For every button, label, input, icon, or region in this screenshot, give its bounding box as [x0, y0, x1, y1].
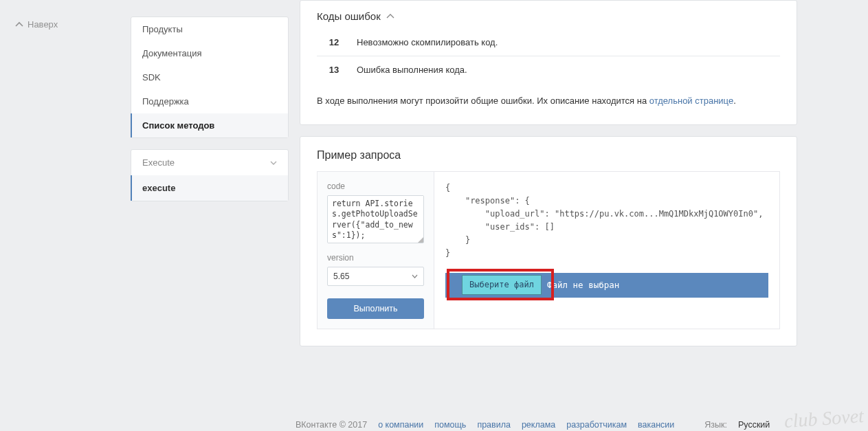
error-code-cell: 12	[317, 29, 351, 56]
version-param-label: version	[327, 253, 424, 263]
footer-link-developers[interactable]: разработчикам	[566, 420, 627, 430]
error-code-cell: 13	[317, 56, 351, 84]
footer-link-jobs[interactable]: вакансии	[638, 420, 674, 430]
request-example-heading: Пример запроса	[317, 149, 780, 162]
request-params-panel: code return API.stories.getPhotoUploadSe…	[318, 172, 434, 329]
resize-handle-icon[interactable]	[418, 237, 423, 243]
error-text-cell: Невозможно скомпилировать код.	[351, 29, 780, 56]
error-codes-heading[interactable]: Коды ошибок	[317, 1, 780, 29]
error-text-cell: Ошибка выполнения кода.	[351, 56, 780, 84]
page-footer: ВКонтакте © 2017 о компании помощь прави…	[296, 420, 770, 430]
footer-link-ads[interactable]: реклама	[522, 420, 555, 430]
language-label: Язык:	[704, 420, 727, 430]
subnav-item-execute[interactable]: execute	[131, 175, 288, 201]
chevron-up-icon	[386, 14, 394, 19]
error-codes-card: Коды ошибок 12 Невозможно скомпилировать…	[300, 0, 797, 125]
language-value[interactable]: Русский	[738, 420, 770, 430]
common-errors-link[interactable]: отдельной странице	[649, 96, 733, 106]
code-input[interactable]: return API.stories.getPhotoUploadServer(…	[327, 195, 424, 243]
table-row: 13 Ошибка выполнения кода.	[317, 56, 780, 84]
subnav-group-execute[interactable]: Execute	[131, 150, 288, 175]
chevron-down-icon	[270, 161, 277, 165]
execute-button[interactable]: Выполнить	[327, 298, 424, 319]
no-file-label: Файл не выбран	[547, 278, 619, 292]
common-errors-note: В ходе выполнения могут произойти общие …	[317, 83, 780, 108]
nav-item-sdk[interactable]: SDK	[131, 65, 288, 89]
file-upload-bar: Выберите файл Файл не выбран	[445, 273, 768, 298]
response-json: { "response": { "upload_url": "https://p…	[445, 181, 768, 261]
error-codes-table: 12 Невозможно скомпилировать код. 13 Оши…	[317, 29, 780, 83]
nav-item-support[interactable]: Поддержка	[131, 89, 288, 113]
watermark: club Sovet	[783, 408, 864, 430]
footer-link-about[interactable]: о компании	[378, 420, 423, 430]
main-nav: Продукты Документация SDK Поддержка Спис…	[131, 16, 289, 138]
back-to-top-link[interactable]: Наверх	[15, 19, 58, 30]
footer-link-help[interactable]: помощь	[434, 420, 466, 430]
footer-link-rules[interactable]: правила	[477, 420, 511, 430]
code-param-label: code	[327, 181, 424, 191]
response-panel: { "response": { "upload_url": "https://p…	[434, 172, 779, 329]
chevron-down-icon	[412, 274, 418, 278]
request-example-card: Пример запроса code return API.stories.g…	[300, 136, 797, 346]
sidebar: Продукты Документация SDK Поддержка Спис…	[131, 0, 289, 201]
choose-file-button[interactable]: Выберите файл	[462, 275, 542, 295]
back-to-top-label: Наверх	[27, 19, 58, 30]
copyright: ВКонтакте © 2017	[296, 420, 367, 430]
main-content: Коды ошибок 12 Невозможно скомпилировать…	[300, 0, 797, 346]
chevron-up-icon	[15, 21, 23, 28]
nav-item-documentation[interactable]: Документация	[131, 41, 288, 65]
table-row: 12 Невозможно скомпилировать код.	[317, 29, 780, 56]
nav-item-methods[interactable]: Список методов	[131, 113, 288, 137]
version-select[interactable]: 5.65	[327, 267, 424, 286]
subnav-group-label: Execute	[142, 157, 175, 168]
nav-item-products[interactable]: Продукты	[131, 17, 288, 41]
methods-subnav: Execute execute	[131, 149, 289, 201]
